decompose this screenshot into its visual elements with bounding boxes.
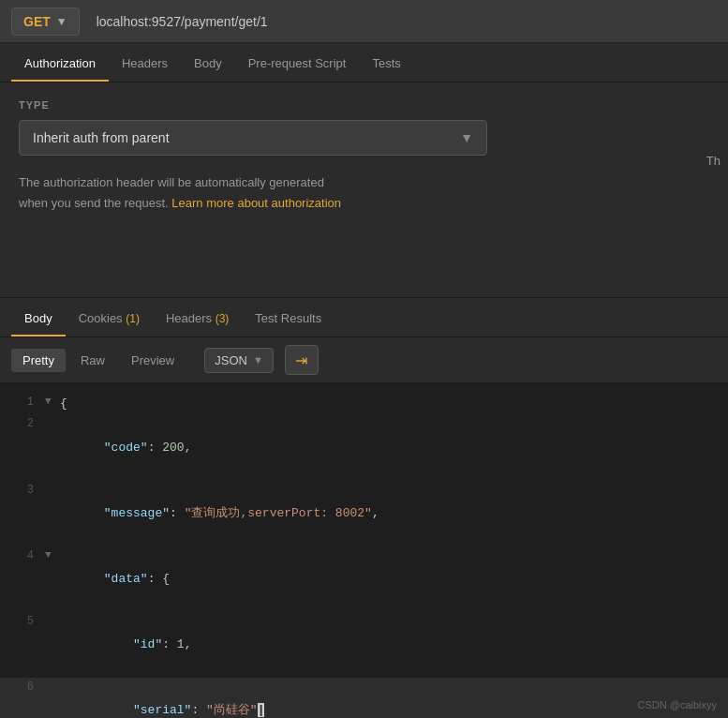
code-content: "id": 1,: [60, 612, 721, 678]
right-panel-hint: Th: [699, 146, 728, 175]
method-chevron-icon: ▼: [56, 15, 67, 28]
tab-cookies[interactable]: Cookies (1): [66, 302, 153, 337]
url-input[interactable]: [89, 8, 717, 35]
line-toggle[interactable]: ▼: [45, 546, 56, 565]
line-toggle[interactable]: ▼: [45, 393, 56, 411]
line-toggle: [45, 414, 56, 433]
auth-description: The authorization header will be automat…: [19, 172, 525, 214]
code-line-2: 2 "code": 200,: [0, 414, 728, 480]
line-number: 2: [7, 414, 34, 435]
format-value: JSON: [215, 353, 247, 367]
request-tabs: Authorization Headers Body Pre-request S…: [0, 43, 728, 82]
tab-test-results[interactable]: Test Results: [242, 302, 334, 337]
code-line-5: 5 "id": 1,: [0, 612, 728, 678]
code-line-6: 6 "serial": "尚硅谷"|: [0, 678, 728, 718]
code-line-4: 4 ▼ "data": {: [0, 546, 728, 612]
code-content: "message": "查询成功,serverPort: 8002",: [60, 481, 721, 546]
fmt-tab-raw[interactable]: Raw: [69, 349, 116, 372]
format-toolbar: Pretty Raw Preview JSON ▼ ⇥: [0, 337, 728, 383]
auth-type-value: Inherit auth from parent: [33, 130, 170, 145]
line-toggle: [45, 612, 56, 631]
tab-body[interactable]: Body: [181, 47, 235, 82]
code-line-1: 1 ▼ {: [0, 393, 728, 414]
auth-section: TYPE Inherit auth from parent ▼ The auth…: [0, 82, 728, 298]
headers-badge: (3): [215, 312, 230, 325]
tab-tests[interactable]: Tests: [359, 47, 413, 82]
learn-link[interactable]: Learn more about authorization: [171, 196, 341, 210]
top-bar: GET ▼: [0, 0, 728, 43]
wrap-button[interactable]: ⇥: [285, 345, 319, 375]
code-content: {: [60, 393, 721, 414]
cookies-badge: (1): [126, 312, 140, 325]
tab-response-headers[interactable]: Headers (3): [153, 302, 242, 337]
line-number: 6: [7, 678, 34, 698]
code-area: 1 ▼ { 2 "code": 200, 3 "message": "查询成功,…: [0, 383, 728, 718]
wrap-icon: ⇥: [295, 352, 307, 369]
line-number: 3: [7, 481, 34, 501]
fmt-tab-preview[interactable]: Preview: [120, 349, 186, 372]
line-number: 1: [7, 393, 34, 413]
line-toggle: [45, 481, 56, 500]
format-chevron-icon: ▼: [253, 354, 263, 366]
code-content: "code": 200,: [60, 414, 721, 480]
line-toggle: [45, 678, 56, 696]
auth-type-dropdown[interactable]: Inherit auth from parent ▼: [19, 120, 487, 156]
tab-response-body[interactable]: Body: [11, 302, 66, 337]
type-label: TYPE: [19, 99, 709, 111]
method-selector[interactable]: GET ▼: [11, 7, 80, 36]
method-label: GET: [23, 14, 51, 29]
watermark: CSDN @caibixyy: [637, 699, 717, 711]
auth-dropdown-chevron-icon: ▼: [460, 130, 473, 145]
fmt-tab-pretty[interactable]: Pretty: [11, 349, 66, 372]
code-content: "data": {: [60, 546, 721, 612]
format-dropdown[interactable]: JSON ▼: [204, 348, 274, 373]
tab-authorization[interactable]: Authorization: [11, 47, 109, 82]
tab-prerequest[interactable]: Pre-request Script: [235, 47, 360, 82]
code-content: "serial": "尚硅谷"|: [60, 678, 721, 718]
response-tabs: Body Cookies (1) Headers (3) Test Result…: [0, 298, 728, 337]
code-line-3: 3 "message": "查询成功,serverPort: 8002",: [0, 481, 728, 546]
line-number: 4: [7, 546, 34, 567]
tab-headers[interactable]: Headers: [109, 47, 181, 82]
line-number: 5: [7, 612, 34, 633]
